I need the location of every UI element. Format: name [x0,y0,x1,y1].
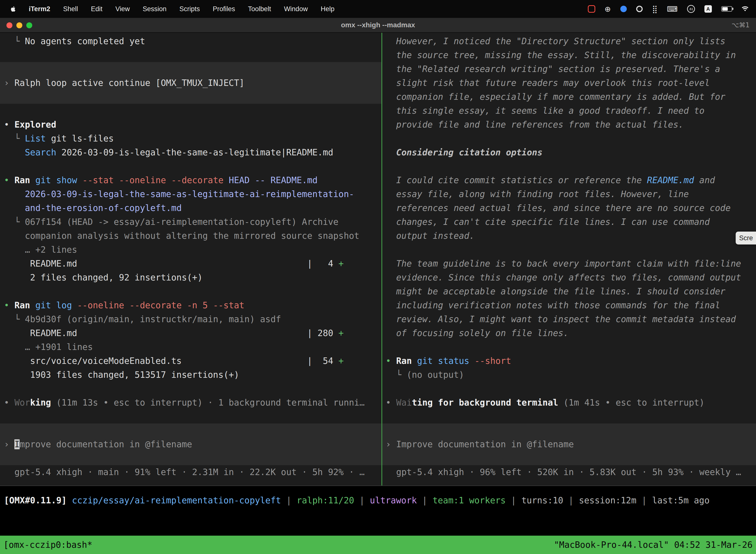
text-segment: and [694,175,715,185]
text-segment: README.md | 4 [4,259,338,269]
tmux-status-bar: [omx-cczip0:bash* "MacBook-Pro-44.local"… [0,536,756,554]
menu-app-name[interactable]: iTerm2 [29,5,50,13]
terminal-line: The team guideline is to back every impo… [386,257,752,271]
terminal-line: └ 067f154 (HEAD -> essay/ai-reimplementa… [4,215,378,229]
pane-right[interactable]: However, I noticed the "Directory Struct… [382,33,756,486]
terminal-line: └ 4b9d30f (origin/main, instructkr/main,… [4,312,378,326]
app-icon-blue[interactable] [620,6,627,12]
pane-left[interactable]: └ No agents completed yet› Ralph loop ac… [0,33,381,486]
wifi-icon[interactable] [742,5,749,13]
text-segment: mprove documentation in @filename [19,439,192,449]
text-segment: Explored [14,120,56,129]
text-segment: 4b9d30f (origin/main, instructkr/main, m… [25,314,281,324]
blank-line [4,382,378,396]
blank-line [386,159,752,173]
text-segment: › [4,439,14,449]
text-segment: Considering citation options [386,148,543,157]
terminal-line: › Improve documentation in @filename [386,437,752,451]
screen-edge-tab[interactable]: Scre [736,232,756,244]
text-segment: changes, I can't cite specific file line… [386,217,710,227]
explored-header: • Explored [4,118,378,131]
text-segment: the source tree, missing the essay. Stil… [386,50,736,60]
terminal-line: 2026-03-09-is-legal-the-same-as-legitima… [4,187,378,201]
text-segment: 2 files changed, 92 insertions(+) [4,273,203,282]
reasoning-heading: Considering citation options [386,146,752,159]
grid-icon[interactable]: ⣿ [652,5,657,13]
battery-gauge-icon[interactable]: .61 [687,5,695,13]
window-title-bar[interactable]: omx --xhigh --madmax ⌥⌘1 [0,18,756,33]
tmux-host-time: "MacBook-Pro-44.local" 04:52 31-Mar-26 [554,536,753,554]
prompt-input[interactable]: › Improve documentation in @filename [0,424,381,465]
text-segment: | [563,495,579,505]
globe-icon[interactable]: ⊕ [605,5,611,13]
text-segment: The team guideline is to back every impo… [386,259,741,269]
menu-session[interactable]: Session [143,5,167,13]
menu-scripts[interactable]: Scripts [179,5,200,13]
text-segment: ultrawork [370,495,417,505]
terminal-line: the source tree, missing the essay. Stil… [386,48,752,62]
text-segment: references need actual files, and since … [386,203,731,213]
tmux-session-window: [omx-cczip0:bash* [3,536,92,554]
input-source-icon[interactable]: A [704,5,712,13]
text-segment: output instead. [386,231,475,241]
app-icon-ring[interactable] [636,6,643,12]
text-segment: of focusing solely on file lines. [386,328,569,338]
blank-line [4,159,378,173]
text-segment: 2026-03-09-is-legal-the-same-as-legitima… [25,189,354,199]
keyboard-icon[interactable]: ⌨ [667,5,678,13]
terminal-line: 1903 files changed, 513517 insertions(+) [4,368,378,382]
text-segment: └ [4,217,25,227]
terminal-line: However, I noticed the "Directory Struct… [386,34,752,48]
text-segment: README.md | 280 [4,328,338,338]
terminal-line: 2 files changed, 92 insertions(+) [4,271,378,284]
text-segment: | [636,495,652,505]
terminal-line: companion analysis without altering the … [4,229,378,243]
text-segment: --oneline --decorate -n 5 --stat [77,300,244,310]
text-segment: Ralph loop active continue [OMX_TMUX_INJ… [14,78,244,88]
menu-edit[interactable]: Edit [91,5,103,13]
screen-recording-indicator-icon[interactable] [588,5,595,13]
menu-shell[interactable]: Shell [63,5,78,13]
terminal-line: and-the-erosion-of-copyleft.md [4,201,378,215]
battery-icon[interactable] [721,6,732,12]
terminal-line: might be acceptable alongside the file l… [386,284,752,298]
text-segment: might be acceptable alongside the file l… [386,286,726,296]
text-segment: … +2 lines [4,245,77,255]
terminal-line: evidence. Since this change only affects… [386,271,752,284]
prompt-input[interactable]: › Improve documentation in @filename [382,424,756,465]
text-segment: cczip/essay/ai-reimplementation-copyleft [72,495,281,505]
terminal-line: provide file and line references from th… [386,118,752,131]
text-segment: 067f154 (HEAD -> essay/ai-reimplementati… [25,217,338,227]
menu-view[interactable]: View [115,5,130,13]
text-segment: turns:10 [521,495,563,505]
text-segment: 2026-03-09-is-legal-the-same-as-legitima… [56,148,333,157]
text-segment: └ [4,314,25,324]
window-shortcut-hint: ⌥⌘1 [732,18,750,33]
text-segment: including verification notes with those … [386,300,720,310]
terminal-line: └ (no output) [386,368,752,382]
menu-toolbelt[interactable]: Toolbelt [248,5,271,13]
menu-profiles[interactable]: Profiles [213,5,235,13]
menu-window[interactable]: Window [284,5,308,13]
terminal-line: essay file, along with finding root file… [386,187,752,201]
text-segment: Ran [14,300,35,310]
apple-menu[interactable] [10,5,16,13]
agents-status-line: └ No agents completed yet [4,34,378,48]
terminal-line: › Improve documentation in @filename [4,437,378,451]
blank-line [4,409,378,424]
terminal-line: I could cite commit statistics or refere… [386,173,752,187]
terminal-line: Search 2026-03-09-is-legal-the-same-as-l… [4,146,378,159]
text-segment: --short [475,356,511,366]
text-segment: session:12m [579,495,636,505]
text-segment: • [4,300,14,310]
terminal-line: … +2 lines [4,243,378,257]
menu-help[interactable]: Help [321,5,334,13]
text-segment: provide file and line references from th… [386,120,684,129]
terminal-line: … +1901 lines [4,340,378,354]
text-segment: I could cite commit statistics or refere… [386,175,647,185]
text-segment: Ran [396,356,417,366]
text-segment: git status [417,356,475,366]
text-segment: | [354,495,370,505]
terminal-line: output instead. [386,229,752,243]
text-segment: └ [4,133,25,144]
